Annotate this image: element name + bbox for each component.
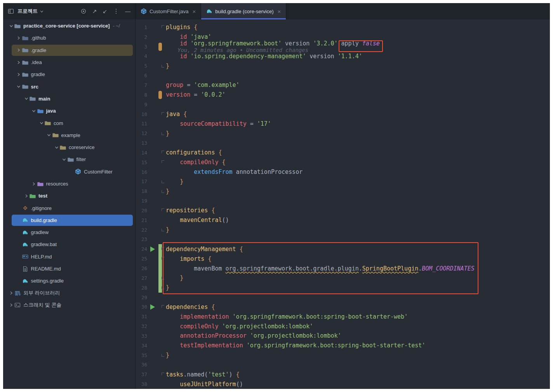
line-number[interactable]: 26: [136, 265, 147, 271]
fold-end-marker[interactable]: [162, 190, 164, 193]
fold-end-marker[interactable]: [162, 277, 164, 279]
tree-item-gradlew-17[interactable]: gradlew: [3, 226, 135, 238]
tree-item-item-22[interactable]: 외부 라이브러리: [3, 287, 135, 299]
tree-item-.idea-3[interactable]: .idea: [3, 56, 135, 68]
code-line-10[interactable]: 10java {: [136, 109, 550, 119]
fold-start-marker[interactable]: [162, 151, 164, 153]
expand-arrow-icon[interactable]: ↗: [92, 9, 97, 14]
tree-item-practice-core-service-core-service-0[interactable]: practice_core-service [core-service]- ~/: [3, 20, 135, 32]
line-number[interactable]: 3: [136, 44, 147, 50]
chevron-collapsed-icon[interactable]: [16, 59, 22, 66]
fold-start-marker[interactable]: [162, 305, 164, 308]
run-icon[interactable]: [150, 246, 155, 252]
code-line-36[interactable]: 36: [136, 360, 550, 370]
tree-item-help.md-19[interactable]: HELP.md: [3, 251, 135, 263]
tree-item-customfilter-12[interactable]: CustomFilter: [3, 166, 135, 178]
tree-item-item-23[interactable]: 스크래치 및 콘솔: [3, 299, 135, 311]
tree-item-coreservice-10[interactable]: coreservice: [3, 141, 135, 153]
fold-start-marker[interactable]: [162, 25, 164, 28]
line-number[interactable]: 8: [136, 92, 147, 98]
code-line-9[interactable]: 9: [136, 100, 550, 109]
fold-end-marker[interactable]: [162, 354, 164, 357]
tree-item-readme.md-20[interactable]: README.md: [3, 263, 135, 275]
line-number[interactable]: 15: [136, 160, 147, 165]
chevron-down-icon[interactable]: [40, 9, 44, 14]
line-number[interactable]: 20: [136, 208, 147, 213]
code-line-23[interactable]: 23: [136, 235, 550, 245]
line-number[interactable]: 30: [136, 304, 147, 310]
line-number[interactable]: 2: [136, 34, 147, 40]
code-line-30[interactable]: 30dependencies {: [136, 302, 550, 312]
tab-close-icon[interactable]: ×: [277, 8, 281, 15]
line-number[interactable]: 34: [136, 343, 147, 349]
line-number[interactable]: 18: [136, 188, 147, 194]
line-number[interactable]: 28: [136, 285, 147, 291]
line-number[interactable]: 31: [136, 314, 147, 319]
code-line-5[interactable]: 5}: [136, 61, 550, 71]
chevron-collapsed-icon[interactable]: [31, 181, 37, 187]
fold-end-marker[interactable]: [162, 180, 164, 183]
tree-item-resources-13[interactable]: resources: [3, 178, 135, 190]
line-number[interactable]: 6: [136, 73, 147, 78]
line-number[interactable]: 12: [136, 130, 147, 136]
tree-item-src-5[interactable]: src: [3, 80, 135, 92]
code-line-4[interactable]: 4 id 'io.spring.dependency-management' v…: [136, 52, 550, 61]
line-number[interactable]: 25: [136, 256, 147, 262]
line-number[interactable]: 9: [136, 102, 147, 108]
tree-item-example-9[interactable]: example: [3, 129, 135, 141]
tree-item-.gitignore-15[interactable]: .gitignore: [3, 202, 135, 214]
chevron-expanded-icon[interactable]: [38, 120, 45, 126]
code-line-31[interactable]: 31 implementation 'org.springframework.b…: [136, 312, 550, 321]
line-number[interactable]: 5: [136, 63, 147, 69]
tool-window-icon[interactable]: [8, 8, 14, 14]
tree-item-.gradle-2[interactable]: .gradle: [3, 44, 135, 56]
tree-item-settings.gradle-21[interactable]: settings.gradle: [3, 275, 135, 287]
line-number[interactable]: 35: [136, 352, 147, 358]
fold-start-marker[interactable]: [162, 257, 164, 260]
chevron-collapsed-icon[interactable]: [16, 35, 22, 41]
chevron-collapsed-icon[interactable]: [8, 302, 14, 308]
chevron-expanded-icon[interactable]: [23, 95, 30, 102]
chevron-expanded-icon[interactable]: [46, 132, 52, 138]
code-line-1[interactable]: 1plugins {: [136, 23, 550, 32]
line-number[interactable]: 17: [136, 179, 147, 184]
code-line-33[interactable]: 33 annotationProcessor 'org.projectlombo…: [136, 331, 550, 341]
line-number[interactable]: 29: [136, 295, 147, 300]
code-line-22[interactable]: 22}: [136, 225, 550, 235]
code-line-21[interactable]: 21 mavenCentral(): [136, 215, 550, 225]
tree-item-gradlew.bat-18[interactable]: gradlew.bat: [3, 238, 135, 250]
tab-close-icon[interactable]: ×: [192, 8, 196, 15]
tree-item-java-7[interactable]: java: [3, 105, 135, 117]
code-line-14[interactable]: 14configurations {: [136, 148, 550, 158]
hide-panel-icon[interactable]: —: [125, 9, 130, 14]
code-line-25[interactable]: 25 imports {: [136, 254, 550, 264]
code-line-8[interactable]: 8version = '0.0.2': [136, 90, 550, 100]
fold-start-marker[interactable]: [162, 208, 164, 211]
code-line-16[interactable]: 16 extendsFrom annotationProcessor: [136, 167, 550, 177]
tree-item-filter-11[interactable]: filter: [3, 153, 135, 165]
code-line-11[interactable]: 11 sourceCompatibility = '17': [136, 119, 550, 128]
fold-start-marker[interactable]: [162, 160, 164, 163]
fold-end-marker[interactable]: [162, 229, 164, 231]
code-line-35[interactable]: 35}: [136, 350, 550, 360]
more-options-icon[interactable]: ⋮: [113, 8, 119, 14]
chevron-collapsed-icon[interactable]: [16, 71, 22, 78]
line-number[interactable]: 37: [136, 371, 147, 377]
run-icon[interactable]: [150, 304, 155, 310]
fold-start-marker[interactable]: [162, 112, 164, 115]
code-line-20[interactable]: 20repositories {: [136, 206, 550, 215]
code-line-15[interactable]: 15 compileOnly {: [136, 158, 550, 167]
modified-lines-marker[interactable]: [158, 91, 162, 99]
line-number[interactable]: 7: [136, 82, 147, 88]
line-number[interactable]: 36: [136, 362, 147, 368]
chevron-expanded-icon[interactable]: [16, 83, 22, 90]
fold-end-marker[interactable]: [162, 286, 164, 289]
project-panel-title[interactable]: 프로젝트: [17, 8, 38, 15]
line-number[interactable]: 23: [136, 236, 147, 242]
code-line-24[interactable]: 24dependencyManagement {: [136, 244, 550, 254]
tree-item-com-8[interactable]: com: [3, 117, 135, 129]
tab-build.gradle-core-service[interactable]: build.gradle (core-service)×: [201, 3, 286, 19]
collapse-arrow-icon[interactable]: ↙: [103, 9, 107, 14]
code-line-34[interactable]: 34 testImplementation 'org.springframewo…: [136, 341, 550, 350]
fold-start-marker[interactable]: [162, 247, 164, 250]
